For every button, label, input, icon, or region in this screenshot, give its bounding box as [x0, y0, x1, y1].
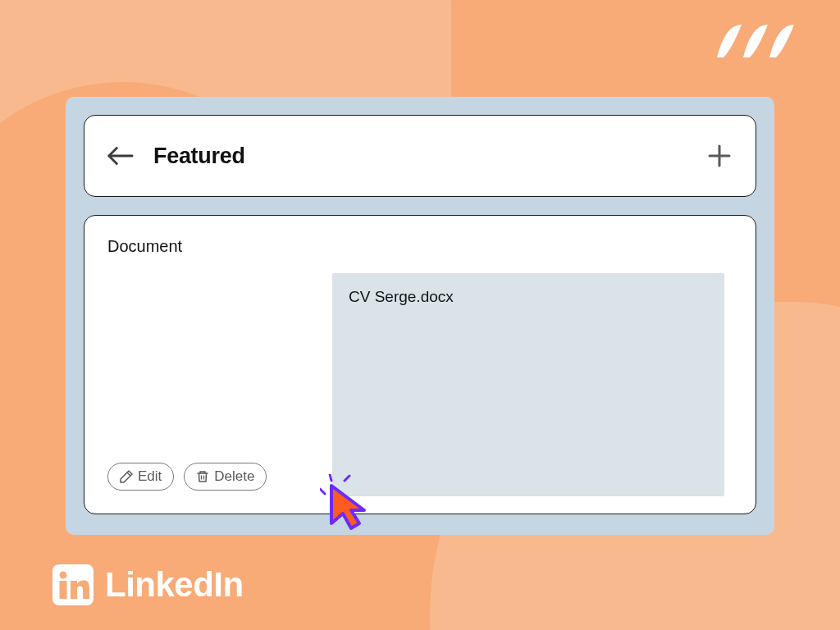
trash-icon: [196, 470, 209, 483]
plus-icon: [708, 144, 731, 167]
pencil-icon: [120, 470, 133, 483]
panel-header: Featured: [84, 115, 756, 197]
action-row: Edit Delete: [107, 463, 267, 491]
delete-button[interactable]: Delete: [184, 463, 267, 491]
svg-point-10: [60, 572, 67, 579]
document-card: Document CV Serge.docx Edit: [84, 215, 756, 514]
panel-title: Featured: [153, 144, 245, 169]
svg-rect-11: [60, 581, 67, 599]
add-button[interactable]: [706, 143, 733, 169]
linkedin-brand: LinkedIn: [52, 564, 244, 605]
arrow-left-icon: [107, 146, 134, 166]
edit-button-label: Edit: [138, 468, 162, 485]
svg-line-3: [127, 472, 130, 476]
linkedin-logo-icon: [52, 564, 94, 605]
document-preview[interactable]: CV Serge.docx: [332, 273, 724, 496]
edit-button[interactable]: Edit: [107, 463, 174, 491]
document-filename: CV Serge.docx: [349, 288, 708, 306]
featured-panel: Featured Document CV Serge.docx Edi: [66, 97, 774, 535]
delete-button-label: Delete: [214, 468, 254, 485]
linkedin-brand-text: LinkedIn: [105, 565, 244, 605]
top-logo-marks: [709, 16, 815, 66]
back-button[interactable]: [107, 143, 134, 169]
document-type-label: Document: [107, 237, 733, 256]
